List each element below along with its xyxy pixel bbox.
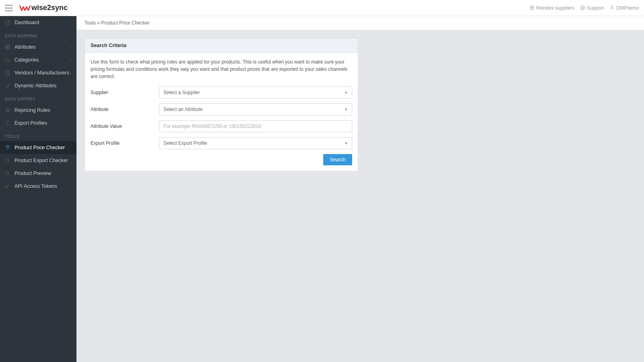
key-icon (5, 183, 10, 189)
attribute-select[interactable]: Select an Attribute ▼ (159, 103, 352, 115)
svg-rect-7 (8, 47, 10, 49)
svg-point-2 (611, 6, 613, 8)
reindex-suppliers-link[interactable]: Reindex suppliers (529, 5, 574, 11)
sidebar-item-vendors[interactable]: Vendors / Manufacturers ‹ (0, 66, 76, 79)
sidebar-item-repricing[interactable]: Repricing Rules (0, 104, 76, 117)
lifebuoy-icon (580, 5, 585, 10)
attribute-value-label: Attribute Value (91, 123, 159, 129)
chevron-down-icon: ▼ (345, 142, 348, 145)
sidebar-item-export-profiles[interactable]: Export Profiles (0, 117, 76, 130)
search-criteria-panel: Search Criteria Use this form to check w… (85, 38, 358, 171)
wand-icon (5, 83, 10, 88)
chevron-left-icon: ‹ (70, 58, 72, 62)
svg-point-13 (6, 172, 9, 175)
top-header: wise2sync Reindex suppliers Support DMPd… (0, 0, 644, 16)
logo-icon (19, 4, 31, 12)
search-icon (5, 171, 10, 176)
sidebar-item-export-checker[interactable]: Product Export Checker (0, 154, 76, 167)
breadcrumb-separator: » (96, 20, 101, 26)
breadcrumb-parent[interactable]: Tools (85, 20, 96, 26)
supplier-select[interactable]: Select a Supplier ▼ (159, 86, 352, 99)
svg-point-1 (582, 7, 584, 8)
supplier-label: Supplier (91, 90, 159, 95)
support-label: Support (587, 5, 604, 11)
export-icon (5, 120, 10, 126)
sidebar-item-dashboard[interactable]: Dashboard (0, 16, 76, 29)
export-profile-select[interactable]: Select Export Profile ▼ (159, 137, 352, 149)
main-area: Tools » Product Price Checker Search Cri… (76, 16, 644, 362)
reindex-label: Reindex suppliers (536, 5, 574, 11)
sidebar-item-api-tokens[interactable]: API Access Tokens (0, 180, 76, 193)
user-label: DMPdemo (616, 5, 639, 11)
diamond-icon (5, 145, 10, 150)
user-menu[interactable]: DMPdemo (609, 5, 639, 11)
breadcrumb-current: Product Price Checker (101, 20, 149, 26)
sidebar-item-attributes[interactable]: Attributes ‹ (0, 41, 76, 53)
svg-point-12 (6, 159, 9, 162)
chevron-down-icon: ▼ (345, 91, 348, 95)
sidebar-item-label: Repricing Rules (14, 107, 50, 113)
sidebar-item-product-preview[interactable]: Product Preview (0, 167, 76, 180)
sidebar-item-label: Product Preview (14, 171, 51, 176)
svg-rect-5 (8, 45, 10, 47)
sidebar-item-label: Export Profiles (14, 120, 47, 126)
svg-rect-6 (6, 47, 7, 49)
panel-description: Use this form to check what pricing rule… (91, 58, 352, 80)
attribute-label: Attribute (91, 107, 159, 112)
panel-title: Search Criteria (85, 39, 358, 53)
sidebar-item-label: Dashboard (14, 20, 39, 25)
select-placeholder: Select a Supplier (163, 90, 200, 95)
sidebar-item-price-checker[interactable]: Product Price Checker (0, 141, 76, 154)
svg-rect-8 (6, 71, 10, 75)
sidebar-group-export: DATA EXPORT (0, 92, 76, 104)
dashboard-icon (5, 20, 10, 25)
sidebar-item-label: Product Price Checker (14, 145, 65, 150)
search-icon (5, 158, 10, 163)
app-name: wise2sync (31, 4, 68, 12)
building-icon (5, 70, 10, 76)
sidebar-item-label: API Access Tokens (14, 183, 57, 189)
folder-icon (5, 57, 10, 63)
sidebar-item-label: Categories (14, 57, 39, 63)
sidebar: Dashboard DATA MAPPING Attributes ‹ Cate… (0, 16, 76, 362)
sidebar-item-dynamic-attributes[interactable]: Dynamic Attributes (0, 79, 76, 92)
sidebar-group-mapping: DATA MAPPING (0, 29, 76, 41)
search-button[interactable]: Search (323, 154, 352, 165)
breadcrumb: Tools » Product Price Checker (76, 16, 644, 30)
app-logo[interactable]: wise2sync (19, 4, 68, 12)
cube-icon (529, 5, 535, 10)
sidebar-item-label: Dynamic Attributes (14, 83, 56, 88)
attribute-value-input[interactable] (159, 120, 352, 132)
export-profile-label: Export Profile (91, 140, 159, 146)
chevron-down-icon: ▼ (345, 108, 348, 111)
select-placeholder: Select Export Profile (163, 140, 207, 146)
sidebar-item-categories[interactable]: Categories ‹ (0, 53, 76, 66)
grid-icon (5, 44, 10, 50)
select-placeholder: Select an Attribute (163, 107, 202, 112)
svg-point-9 (6, 108, 7, 109)
svg-point-11 (7, 111, 8, 112)
chevron-left-icon: ‹ (70, 71, 72, 75)
sidebar-group-tools: TOOLS (0, 130, 76, 141)
sliders-icon (5, 107, 10, 113)
sidebar-item-label: Product Export Checker (14, 158, 68, 163)
support-link[interactable]: Support (580, 5, 604, 11)
sidebar-item-label: Attributes (14, 44, 36, 50)
user-icon (609, 5, 615, 10)
svg-point-10 (8, 110, 9, 111)
svg-rect-4 (6, 45, 7, 47)
chevron-left-icon: ‹ (70, 45, 72, 49)
sidebar-item-label: Vendors / Manufacturers (14, 70, 69, 76)
menu-toggle-icon[interactable] (5, 5, 13, 11)
